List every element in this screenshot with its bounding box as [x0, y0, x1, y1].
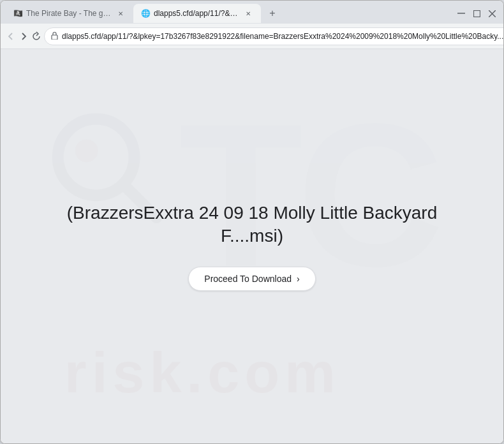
proceed-to-download-button[interactable]: Proceed To Download › [188, 267, 315, 291]
tab-title-1: The Pirate Bay - The galaxy's m... [26, 9, 112, 18]
close-button[interactable] [485, 7, 498, 20]
svg-text:risk.com: risk.com [64, 341, 341, 404]
back-button[interactable] [6, 27, 16, 45]
tab-favicon-2: 🌐 [141, 9, 150, 18]
file-title: (BrazzersExxtra 24 09 18 Molly Little Ba… [61, 202, 443, 248]
tabs-bar: 🏴‍☠️ The Pirate Bay - The galaxy's m... … [1, 1, 503, 24]
window-controls [455, 7, 498, 20]
title-bar-left: 🏴‍☠️ The Pirate Bay - The galaxy's m... … [6, 4, 450, 23]
svg-rect-0 [457, 13, 465, 14]
forward-button[interactable] [19, 27, 29, 45]
download-btn-icon: › [297, 274, 300, 284]
tab-dlapps[interactable]: 🌐 dlapps5.cfd/app/11/?&lpkey=... ✕ [133, 4, 261, 23]
maximize-button[interactable] [470, 7, 483, 20]
content-area: TC risk.com (BrazzersExxtra 24 09 18 Mol… [1, 49, 503, 443]
address-text: dlapps5.cfd/app/11/?&lpkey=17b3267f83e82… [62, 32, 503, 41]
browser-window: 🏴‍☠️ The Pirate Bay - The galaxy's m... … [0, 0, 504, 444]
lock-icon [51, 31, 58, 41]
new-tab-button[interactable]: + [263, 4, 281, 22]
tab-title-2: dlapps5.cfd/app/11/?&lpkey=... [154, 9, 239, 18]
svg-rect-1 [473, 10, 480, 17]
address-bar[interactable]: dlapps5.cfd/app/11/?&lpkey=17b3267f83e82… [44, 27, 504, 45]
tab-close-1[interactable]: ✕ [115, 8, 126, 18]
svg-point-11 [75, 139, 98, 162]
tab-piratebay[interactable]: 🏴‍☠️ The Pirate Bay - The galaxy's m... … [6, 4, 133, 23]
download-btn-label: Proceed To Download [204, 274, 292, 284]
svg-rect-4 [52, 35, 57, 40]
reload-button[interactable] [31, 27, 41, 45]
toolbar: dlapps5.cfd/app/11/?&lpkey=17b3267f83e82… [1, 24, 503, 49]
tab-favicon-1: 🏴‍☠️ [13, 9, 22, 18]
page-center-content: (BrazzersExxtra 24 09 18 Molly Little Ba… [48, 189, 456, 304]
minimize-button[interactable] [455, 7, 468, 20]
svg-point-10 [58, 119, 135, 196]
tab-close-2[interactable]: ✕ [243, 8, 253, 18]
